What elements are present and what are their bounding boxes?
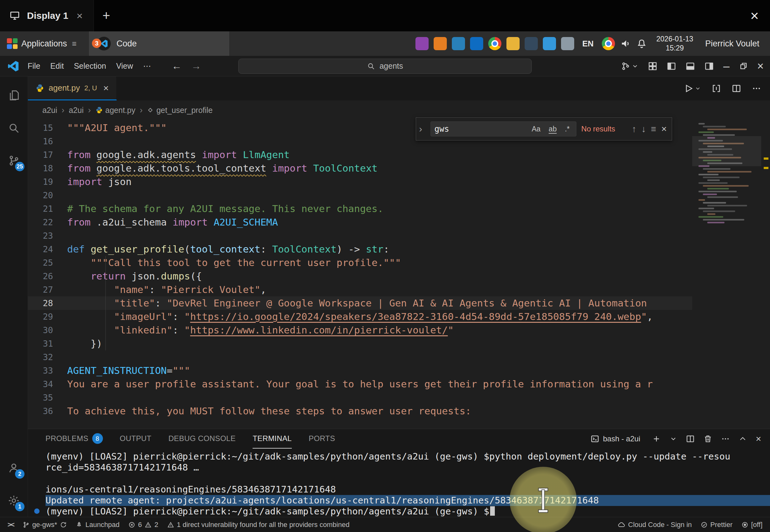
code-line[interactable]: 24def get_user_profile(tool_context: Too… xyxy=(28,242,692,256)
tray-icon-1[interactable] xyxy=(415,37,429,50)
toggle-sidebar-right-icon[interactable] xyxy=(704,61,714,71)
cloud-code-signin[interactable]: Cloud Code - Sign in xyxy=(613,517,696,532)
editor-scrollbar[interactable] xyxy=(761,120,770,429)
panel-tab-terminal[interactable]: TERMINAL xyxy=(253,429,292,449)
panel-tab-output[interactable]: OUTPUT xyxy=(120,429,152,449)
tray-icon-pen[interactable] xyxy=(561,37,574,50)
code-line[interactable]: 18from google.adk.tools.tool_context imp… xyxy=(28,162,692,175)
terminal-line[interactable]: rce_id=5834638717142171648 … xyxy=(45,462,770,473)
breadcrumb-item-a2ui[interactable]: a2ui xyxy=(42,106,57,115)
panel-more-icon[interactable] xyxy=(721,434,730,443)
panel-tab-ports[interactable]: PORTS xyxy=(309,429,335,449)
terminal-instance[interactable]: bash - a2ui xyxy=(591,434,640,443)
toggle-panel-icon[interactable] xyxy=(686,61,695,71)
line-number[interactable]: 22 xyxy=(28,215,67,229)
problems-status[interactable]: 6 2 xyxy=(124,517,163,532)
terminal-dropdown-icon[interactable] xyxy=(670,435,677,443)
accounts-icon[interactable]: 2 xyxy=(6,460,21,476)
split-terminal-icon[interactable] xyxy=(686,434,695,443)
next-match-icon[interactable]: ↓ xyxy=(641,124,646,134)
source-control-icon[interactable]: 25 xyxy=(6,153,21,168)
breadcrumb-item-agent-py[interactable]: agent.py xyxy=(95,106,136,115)
restore-icon[interactable] xyxy=(739,62,748,71)
chrome-icon[interactable] xyxy=(602,37,615,50)
code-line[interactable]: 28 "title": "DevRel Engineer @ Google Wo… xyxy=(28,296,692,310)
terminal-line-selected[interactable]: Updated remote agent: projects/a2ui-agen… xyxy=(45,495,770,506)
toggle-sidebar-left-icon[interactable] xyxy=(667,61,676,71)
find-input[interactable]: gws Aa ab .* xyxy=(430,121,576,136)
clock[interactable]: 2026-01-13 15:29 xyxy=(656,35,693,53)
terminal-line[interactable]: ions/us-central1/reasoningEngines/583463… xyxy=(45,484,770,495)
line-number[interactable]: 20 xyxy=(28,189,67,202)
tray-icon-display[interactable] xyxy=(543,37,556,50)
code-line[interactable]: 21# The schema for any A2UI message. Thi… xyxy=(28,202,692,215)
line-number[interactable]: 36 xyxy=(28,404,67,418)
code-line[interactable]: 27 "name": "Pierrick Voulet", xyxy=(28,283,692,296)
code-line[interactable]: 20 xyxy=(28,189,692,202)
code-line[interactable]: 33AGENT_INSTRUCTION=""" xyxy=(28,364,692,377)
remote-session-button[interactable] xyxy=(621,61,639,71)
tab-agent-py[interactable]: agent.py 2, U × xyxy=(28,77,117,100)
terminal-output[interactable]: (myenv) [LOAS2] pierrick@pierrick:~/git/… xyxy=(28,449,770,517)
terminal-line[interactable] xyxy=(45,473,770,484)
panel-tab-debug-console[interactable]: DEBUG CONSOLE xyxy=(168,429,236,449)
menu-selection[interactable]: Selection xyxy=(69,59,111,73)
tray-icon-folder[interactable] xyxy=(506,37,520,50)
close-panel-icon[interactable]: × xyxy=(756,434,761,444)
search-view-icon[interactable] xyxy=(6,120,21,136)
remote-indicator[interactable]: >< xyxy=(3,517,18,532)
line-number[interactable]: 16 xyxy=(28,135,67,148)
git-branch-status[interactable]: ge-gws* xyxy=(18,517,71,532)
line-number[interactable]: 35 xyxy=(28,391,67,404)
menu-view[interactable]: View xyxy=(111,59,138,73)
maximize-panel-icon[interactable] xyxy=(739,435,747,443)
code-line[interactable]: 29 "imageUrl": "https://io.google/2024/s… xyxy=(28,310,692,323)
regex-toggle[interactable]: .* xyxy=(562,124,572,134)
code-line[interactable]: 35 xyxy=(28,391,692,404)
breadcrumb-item-symbol[interactable]: get_user_profile xyxy=(147,106,212,115)
code-line[interactable]: 31 }) xyxy=(28,337,692,350)
line-number[interactable]: 25 xyxy=(28,256,67,269)
match-case-toggle[interactable]: Aa xyxy=(529,124,543,134)
minimize-icon[interactable]: – xyxy=(723,60,730,73)
tray-icon-vscode[interactable] xyxy=(470,37,483,50)
new-display-tab-button[interactable]: + xyxy=(103,8,110,23)
prettier-status[interactable]: Prettier xyxy=(696,517,737,532)
line-number[interactable]: 23 xyxy=(28,229,67,242)
panel-tab-problems[interactable]: PROBLEMS8 xyxy=(45,429,103,449)
editor[interactable]: 15"""A2UI agent."""1617from google.adk.a… xyxy=(28,120,770,429)
close-find-icon[interactable]: × xyxy=(661,124,667,134)
new-terminal-icon[interactable] xyxy=(652,434,661,443)
close-tab-icon[interactable]: × xyxy=(103,83,109,93)
command-decoration-icon[interactable] xyxy=(34,508,40,514)
applications-menu[interactable]: Applications ≡ xyxy=(4,31,80,56)
tray-icon-3[interactable] xyxy=(452,37,465,50)
line-number[interactable]: 24 xyxy=(28,242,67,256)
line-number[interactable]: 28 xyxy=(28,296,67,310)
line-number[interactable]: 18 xyxy=(28,162,67,175)
code-line[interactable]: 23 xyxy=(28,229,692,242)
keyboard-layout[interactable]: EN xyxy=(582,39,594,49)
user-menu[interactable]: Pierrick Voulet xyxy=(705,39,759,49)
vulnerability-status[interactable]: 1 direct vulnerability found for all the… xyxy=(163,517,354,532)
display-tab[interactable]: Display 1 × xyxy=(0,0,94,31)
terminal-line[interactable]: (myenv) [LOAS2] pierrick@pierrick:~/git/… xyxy=(45,506,770,517)
tray-icon-chrome[interactable] xyxy=(488,37,501,50)
line-number[interactable]: 30 xyxy=(28,323,67,337)
line-number[interactable]: 33 xyxy=(28,364,67,377)
taskbar-window-code[interactable]: 3 Code xyxy=(88,31,230,56)
more-actions-icon[interactable] xyxy=(752,84,761,93)
code-line[interactable]: 19import json xyxy=(28,175,692,189)
breadcrumb-item-a2ui-2[interactable]: a2ui xyxy=(69,106,83,115)
close-display-tab-icon[interactable]: × xyxy=(75,10,84,22)
whole-word-toggle[interactable]: ab xyxy=(546,124,559,134)
customize-layout-icon[interactable] xyxy=(648,61,657,71)
line-number[interactable]: 19 xyxy=(28,175,67,189)
code-line[interactable]: 30 "linkedin": "https://www.linkedin.com… xyxy=(28,323,692,337)
line-number[interactable]: 15 xyxy=(28,121,67,135)
forward-icon[interactable]: → xyxy=(191,60,201,72)
code-line[interactable]: 36To achieve this, you MUST follow these… xyxy=(28,404,692,418)
line-number[interactable]: 17 xyxy=(28,148,67,162)
code-line[interactable]: 17from google.adk.agents import LlmAgent xyxy=(28,148,692,162)
line-number[interactable]: 31 xyxy=(28,337,67,350)
